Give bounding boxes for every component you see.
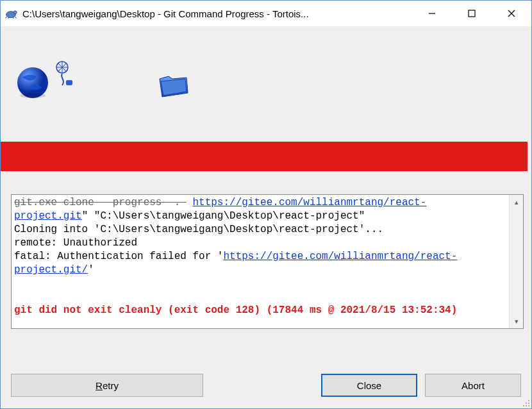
tortoise-icon [4,7,17,20]
animation-area [1,26,531,122]
retry-button[interactable]: Retry [11,374,203,397]
window-title: C:\Users\tangweigang\Desktop - Git Comma… [22,8,412,19]
log-link[interactable]: project.git [14,210,82,222]
close-window-button[interactable] [492,1,531,26]
svg-point-1 [13,11,17,14]
scroll-up-icon[interactable]: ▴ [510,195,523,209]
scroll-down-icon[interactable]: ▾ [510,314,523,328]
resize-grip-icon[interactable] [521,398,530,407]
log-output: git.exe clone progress . https://gitee.c… [11,194,524,329]
log-link[interactable]: https://gitee.com/willianmrtang/react- [192,197,426,208]
log-link[interactable]: project.git/ [14,264,88,276]
svg-rect-3 [469,10,475,17]
log-link[interactable]: https://gitee.com/willianmrtang/react- [223,251,457,262]
error-line: git did not exit cleanly (exit code 128)… [14,305,457,316]
titlebar[interactable]: C:\Users\tangweigang\Desktop - Git Comma… [1,1,531,26]
network-transfer-icon [54,61,75,87]
button-row: Retry Close Abort [1,363,531,408]
svg-point-13 [523,405,524,406]
globe-icon [16,66,49,99]
progress-bar-error [1,142,528,171]
log-text[interactable]: git.exe clone progress . https://gitee.c… [12,195,509,328]
svg-point-15 [528,405,529,406]
close-button[interactable]: Close [321,374,417,397]
abort-button[interactable]: Abort [425,374,521,397]
svg-point-11 [526,403,527,404]
svg-point-14 [526,405,527,406]
svg-point-7 [20,93,46,98]
folder-icon [156,71,190,99]
svg-rect-9 [66,80,72,85]
scrollbar-vertical[interactable]: ▴ ▾ [509,195,523,328]
maximize-button[interactable] [452,1,492,26]
svg-point-12 [528,403,529,404]
svg-point-10 [528,400,529,401]
minimize-button[interactable] [412,1,452,26]
